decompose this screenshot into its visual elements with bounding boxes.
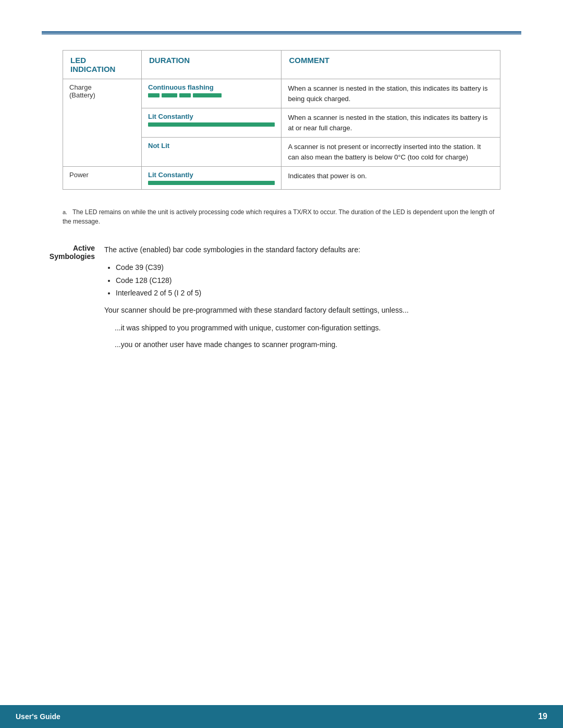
active-para2: ...it was shipped to you programmed with… xyxy=(115,322,521,334)
active-para1: Your scanner should be pre-programmed wi… xyxy=(104,304,521,316)
footnote-label: a. xyxy=(63,209,67,215)
page-footer: User's Guide 19 xyxy=(0,705,563,728)
comment-power: Indicates that power is on. xyxy=(282,167,500,190)
col-header-led: LED INDICATION xyxy=(63,51,142,79)
duration-label-lit: Lit Constantly xyxy=(148,113,275,120)
duration-power: Lit Constantly xyxy=(142,167,282,190)
active-symbologies-section: Active Symbologies The active (enabled) … xyxy=(42,244,521,356)
duration-label-continuous: Continuous flashing xyxy=(148,83,275,91)
list-item: Interleaved 2 of 5 (I 2 of 5) xyxy=(116,287,521,299)
led-bar-segment xyxy=(162,93,177,97)
list-item: Code 39 (C39) xyxy=(116,262,521,273)
footnote-text: The LED remains on while the unit is act… xyxy=(63,208,494,225)
led-bar-segment xyxy=(179,93,191,97)
indication-charge: Charge(Battery) xyxy=(63,79,142,167)
bullet-list: Code 39 (C39) Code 128 (C128) Interleave… xyxy=(104,262,521,299)
list-item: Code 128 (C128) xyxy=(116,275,521,286)
led-table: LED INDICATION DURATION COMMENT Charge(B… xyxy=(63,50,500,190)
table-row: Power Lit Constantly Indicates that powe… xyxy=(63,167,500,190)
active-label-column: Active Symbologies xyxy=(42,244,104,356)
led-table-wrapper: LED INDICATION DURATION COMMENT Charge(B… xyxy=(63,50,500,190)
duration-label-power: Lit Constantly xyxy=(148,171,275,179)
duration-lit-constantly-charge: Lit Constantly xyxy=(142,108,282,138)
not-lit-label: Not Lit xyxy=(148,142,275,150)
led-bar-flashing xyxy=(148,93,275,97)
col-header-comment: COMMENT xyxy=(282,51,500,79)
active-para3: ...you or another user have made changes… xyxy=(115,339,521,350)
table-row: Charge(Battery) Continuous flashing When… xyxy=(63,79,500,108)
led-bar-full-segment xyxy=(148,122,275,127)
footer-page-number: 19 xyxy=(538,712,547,721)
comment-continuous: When a scanner is nested in the station,… xyxy=(282,79,500,108)
duration-not-lit: Not Lit xyxy=(142,138,282,167)
comment-not-lit: A scanner is not present or incorrectly … xyxy=(282,138,500,167)
duration-continuous: Continuous flashing xyxy=(142,79,282,108)
led-bar-segment xyxy=(193,93,222,97)
active-content-column: The active (enabled) bar code symbologie… xyxy=(104,244,521,356)
led-bar-full-power xyxy=(148,181,275,185)
led-bar-power xyxy=(148,181,275,185)
comment-lit-constantly: When a scanner is nested in the station,… xyxy=(282,108,500,138)
led-bar-solid xyxy=(148,122,275,127)
symbologies-label: Symbologies xyxy=(42,252,95,261)
top-border xyxy=(42,31,521,34)
active-intro: The active (enabled) bar code symbologie… xyxy=(104,244,521,255)
led-bar-segment xyxy=(148,93,160,97)
footer-title: User's Guide xyxy=(16,712,60,721)
col-header-duration: DURATION xyxy=(142,51,282,79)
indication-power: Power xyxy=(63,167,142,190)
footnote: a. The LED remains on while the unit is … xyxy=(63,207,500,226)
active-label: Active xyxy=(42,244,95,252)
